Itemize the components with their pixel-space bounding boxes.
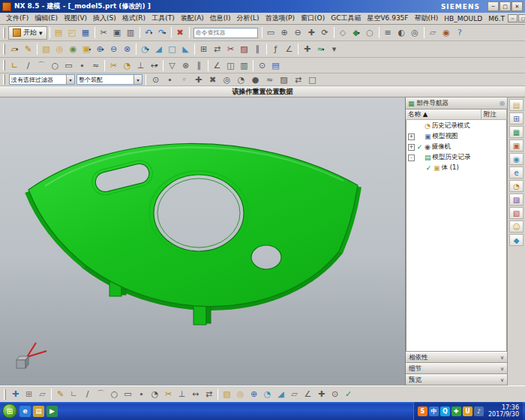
- dimension-icon[interactable]: ↔▾: [148, 59, 160, 72]
- point-on-curve-icon[interactable]: ≈: [263, 74, 276, 86]
- enable-snap-point-icon[interactable]: ⊙: [149, 74, 162, 86]
- shell-icon[interactable]: □: [166, 43, 178, 56]
- screen-position-icon[interactable]: □: [306, 74, 319, 86]
- quick-trim-icon[interactable]: ✂: [162, 388, 175, 400]
- block-icon[interactable]: ▣▾: [80, 43, 93, 56]
- redo-icon[interactable]: ↷▾: [156, 26, 169, 39]
- selection-scope-dropdown[interactable]: 整个装配 ▾: [76, 74, 142, 85]
- qq-icon[interactable]: Q: [440, 406, 450, 416]
- work-plane-icon[interactable]: ▱: [427, 26, 440, 39]
- measure-icon[interactable]: ∠: [302, 388, 314, 400]
- arc-icon[interactable]: ⌒: [94, 388, 107, 400]
- subtract-icon[interactable]: ⊖: [107, 43, 120, 56]
- snapshot-icon[interactable]: ◉: [440, 26, 453, 39]
- menu-item-0[interactable]: 文件(F): [3, 13, 32, 24]
- sketch-icon[interactable]: ✎: [54, 388, 67, 400]
- menu-item-1[interactable]: 编辑(E): [32, 13, 61, 24]
- tree-expander[interactable]: +: [408, 144, 415, 151]
- delete-icon[interactable]: ✖: [174, 26, 187, 39]
- intersect-curve-icon[interactable]: ⊗: [179, 59, 192, 72]
- navigator-section-0[interactable]: 相依性∨: [406, 352, 507, 363]
- menu-item-4[interactable]: 格式(R): [119, 13, 148, 24]
- column-comment[interactable]: 附注: [482, 110, 507, 119]
- wireframe-view-icon[interactable]: ○: [364, 26, 376, 39]
- process-studio-icon[interactable]: ▨: [509, 194, 524, 206]
- assembly-navigator-icon[interactable]: ▤: [509, 99, 524, 111]
- snap-point-icon[interactable]: ⊙: [328, 388, 341, 400]
- copy-icon[interactable]: ▣: [111, 26, 124, 39]
- visibility-checkbox[interactable]: ✓: [416, 143, 423, 151]
- tree-expander[interactable]: +: [408, 134, 415, 140]
- rectangle-icon[interactable]: ▭: [122, 388, 134, 400]
- extrude-icon[interactable]: ▧: [40, 43, 52, 56]
- start-button[interactable]: ⊞: [2, 404, 17, 418]
- measure-distance-icon[interactable]: ∠: [283, 43, 296, 56]
- toolbar-grip[interactable]: [4, 389, 6, 400]
- arc-icon[interactable]: ⌒: [35, 59, 48, 72]
- line-icon[interactable]: ∕: [22, 59, 34, 72]
- work-plane-icon[interactable]: ▱: [36, 388, 49, 400]
- tree-item[interactable]: -▤模型历史记录: [406, 152, 506, 163]
- my-computer-icon[interactable]: ▤: [33, 406, 44, 417]
- pattern-feature-icon[interactable]: ⊞: [197, 43, 210, 56]
- layer-settings-icon[interactable]: ≡: [382, 26, 394, 39]
- menu-item-11[interactable]: GC工具箱: [328, 13, 364, 24]
- end-point-icon[interactable]: ∙: [164, 74, 176, 86]
- datum-csys-icon[interactable]: ✚: [9, 388, 22, 400]
- zoom-in-icon[interactable]: ⊕: [278, 26, 291, 39]
- intersect-icon[interactable]: ⊗: [121, 43, 134, 56]
- move-object-icon[interactable]: ✚: [301, 43, 314, 56]
- tree-item[interactable]: ✓▣体 (1): [406, 163, 506, 173]
- navigator-section-2[interactable]: 预览∨: [406, 374, 507, 386]
- menu-item-6[interactable]: 装配(A): [178, 13, 207, 24]
- navigator-section-1[interactable]: 细节∨: [406, 363, 507, 374]
- section-view-icon[interactable]: ◫: [224, 59, 237, 72]
- close-button[interactable]: ✕: [512, 2, 523, 11]
- visibility-checkbox[interactable]: ✓: [425, 164, 432, 172]
- menu-item-8[interactable]: 分析(L): [234, 13, 262, 24]
- fillet-icon[interactable]: ◔: [148, 388, 161, 400]
- pan-icon[interactable]: ✚: [305, 26, 318, 39]
- help-icon[interactable]: ?: [454, 26, 466, 39]
- taskbar-clock[interactable]: 17:36 2017/9/30: [485, 404, 519, 418]
- extrude-icon[interactable]: ▧: [220, 388, 233, 400]
- circle-icon[interactable]: ○: [108, 388, 121, 400]
- tree-item[interactable]: +✓◉摄像机: [406, 142, 506, 152]
- undo-icon[interactable]: ↶▾: [142, 26, 155, 39]
- doc-restore-button[interactable]: ▢: [518, 14, 525, 22]
- system-materials-icon[interactable]: ◆: [509, 234, 524, 246]
- toolbar-grip[interactable]: [3, 60, 5, 70]
- information-icon[interactable]: ▤: [269, 59, 282, 72]
- maximize-button[interactable]: ▢: [500, 2, 511, 11]
- chamfer-icon[interactable]: ◢: [152, 43, 165, 56]
- update-alert-icon[interactable]: U: [463, 406, 472, 416]
- tree-item[interactable]: ◔历史记录模式: [406, 121, 506, 131]
- point-icon[interactable]: ∙: [135, 388, 148, 400]
- control-point-icon[interactable]: ✚: [192, 74, 205, 86]
- intersection-point-icon[interactable]: ✖: [206, 74, 219, 86]
- studio-spline-icon[interactable]: ≈: [89, 59, 102, 72]
- menu-item-2[interactable]: 视图(V): [61, 13, 90, 24]
- input-method-icon[interactable]: 中: [429, 406, 439, 416]
- manufacturing-wizard-icon[interactable]: ▧: [509, 207, 524, 219]
- chamfer-icon[interactable]: ◢: [274, 388, 287, 400]
- internet-explorer-icon[interactable]: e: [20, 406, 31, 417]
- 3d-viewport[interactable]: [0, 98, 406, 386]
- minimize-button[interactable]: ─: [488, 2, 499, 11]
- menu-item-3[interactable]: 插入(S): [90, 13, 119, 24]
- profile-icon[interactable]: ∟: [68, 388, 80, 400]
- grid-icon[interactable]: ⊞: [22, 388, 35, 400]
- split-body-icon[interactable]: ▨: [238, 43, 250, 56]
- rectangle-icon[interactable]: ▭: [62, 59, 75, 72]
- menu-item-10[interactable]: 窗口(O): [298, 13, 328, 24]
- trimetric-view-icon[interactable]: ◇: [337, 26, 350, 39]
- profile-icon[interactable]: ∟: [8, 59, 21, 72]
- finish-icon[interactable]: ✓: [342, 388, 355, 400]
- volume-icon[interactable]: ♪: [474, 406, 484, 416]
- type-filter-dropdown[interactable]: 没有选择过滤器 ▾: [9, 74, 75, 85]
- rotate-view-icon[interactable]: ⟳: [319, 26, 332, 39]
- offset-surface-icon[interactable]: ∥: [251, 43, 264, 56]
- offset-curve-icon[interactable]: ∥: [193, 59, 206, 72]
- sogou-input-icon[interactable]: S: [418, 406, 428, 416]
- show-hide-icon[interactable]: ◐: [395, 26, 408, 39]
